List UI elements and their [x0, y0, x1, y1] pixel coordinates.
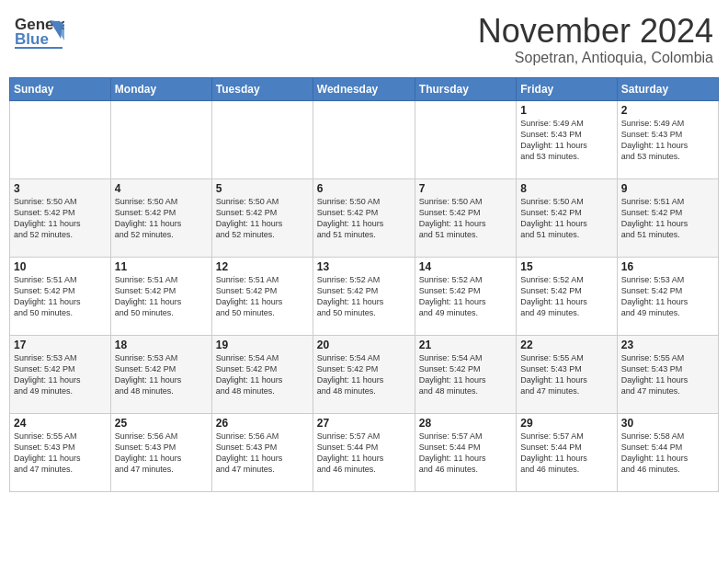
day-info: Sunrise: 5:56 AM Sunset: 5:43 PM Dayligh…	[115, 431, 208, 476]
day-number: 3	[14, 182, 107, 195]
calendar-cell: 29Sunrise: 5:57 AM Sunset: 5:44 PM Dayli…	[517, 413, 617, 491]
calendar-cell: 3Sunrise: 5:50 AM Sunset: 5:42 PM Daylig…	[10, 178, 111, 257]
calendar-cell: 7Sunrise: 5:50 AM Sunset: 5:42 PM Daylig…	[415, 178, 516, 257]
day-number: 29	[520, 417, 612, 430]
calendar-cell: 25Sunrise: 5:56 AM Sunset: 5:43 PM Dayli…	[110, 413, 211, 491]
calendar-cell: 20Sunrise: 5:54 AM Sunset: 5:42 PM Dayli…	[313, 335, 415, 413]
day-number: 13	[317, 260, 411, 273]
day-number: 11	[115, 260, 208, 273]
logo-icon: General Blue	[15, 13, 64, 53]
day-info: Sunrise: 5:52 AM Sunset: 5:42 PM Dayligh…	[520, 274, 612, 319]
col-friday: Friday	[517, 77, 617, 100]
calendar-week-row: 17Sunrise: 5:53 AM Sunset: 5:42 PM Dayli…	[10, 335, 719, 413]
calendar-cell: 4Sunrise: 5:50 AM Sunset: 5:42 PM Daylig…	[110, 178, 211, 257]
col-thursday: Thursday	[415, 77, 516, 100]
day-number: 4	[115, 182, 208, 195]
day-number: 16	[621, 260, 714, 273]
calendar-cell: 10Sunrise: 5:51 AM Sunset: 5:42 PM Dayli…	[10, 257, 111, 335]
day-number: 23	[621, 339, 714, 351]
col-sunday: Sunday	[10, 77, 111, 100]
calendar-cell: 21Sunrise: 5:54 AM Sunset: 5:42 PM Dayli…	[415, 335, 516, 413]
calendar-cell: 14Sunrise: 5:52 AM Sunset: 5:42 PM Dayli…	[415, 257, 516, 335]
day-info: Sunrise: 5:55 AM Sunset: 5:43 PM Dayligh…	[520, 352, 612, 397]
col-saturday: Saturday	[617, 77, 718, 100]
location: Sopetran, Antioquia, Colombia	[478, 50, 713, 66]
day-info: Sunrise: 5:54 AM Sunset: 5:42 PM Dayligh…	[419, 352, 512, 397]
calendar-cell: 18Sunrise: 5:53 AM Sunset: 5:42 PM Dayli…	[110, 335, 211, 413]
calendar-cell: 23Sunrise: 5:55 AM Sunset: 5:43 PM Dayli…	[617, 335, 718, 413]
calendar-week-row: 24Sunrise: 5:55 AM Sunset: 5:43 PM Dayli…	[10, 413, 719, 491]
day-number: 2	[621, 104, 714, 117]
calendar-cell: 5Sunrise: 5:50 AM Sunset: 5:42 PM Daylig…	[211, 178, 313, 257]
calendar-table: Sunday Monday Tuesday Wednesday Thursday…	[9, 77, 719, 492]
calendar-cell: 9Sunrise: 5:51 AM Sunset: 5:42 PM Daylig…	[617, 178, 718, 257]
calendar-cell: 19Sunrise: 5:54 AM Sunset: 5:42 PM Dayli…	[211, 335, 313, 413]
month-title: November 2024	[478, 13, 713, 50]
day-info: Sunrise: 5:50 AM Sunset: 5:42 PM Dayligh…	[520, 196, 612, 241]
calendar-cell	[313, 100, 415, 178]
calendar-cell: 11Sunrise: 5:51 AM Sunset: 5:42 PM Dayli…	[110, 257, 211, 335]
day-info: Sunrise: 5:51 AM Sunset: 5:42 PM Dayligh…	[621, 196, 714, 241]
calendar-header-row: Sunday Monday Tuesday Wednesday Thursday…	[10, 77, 719, 100]
day-info: Sunrise: 5:49 AM Sunset: 5:43 PM Dayligh…	[621, 118, 714, 163]
calendar-cell: 8Sunrise: 5:50 AM Sunset: 5:42 PM Daylig…	[517, 178, 617, 257]
page: General Blue November 2024 Sopetran, Ant…	[0, 0, 728, 501]
day-info: Sunrise: 5:57 AM Sunset: 5:44 PM Dayligh…	[317, 431, 411, 476]
day-number: 28	[419, 417, 512, 430]
day-number: 30	[621, 417, 714, 430]
day-number: 26	[216, 417, 309, 430]
title-section: November 2024 Sopetran, Antioquia, Colom…	[478, 13, 713, 66]
day-info: Sunrise: 5:54 AM Sunset: 5:42 PM Dayligh…	[317, 352, 411, 397]
day-info: Sunrise: 5:52 AM Sunset: 5:42 PM Dayligh…	[419, 274, 512, 319]
day-info: Sunrise: 5:56 AM Sunset: 5:43 PM Dayligh…	[216, 431, 309, 476]
day-number: 18	[115, 339, 208, 351]
day-info: Sunrise: 5:53 AM Sunset: 5:42 PM Dayligh…	[14, 352, 107, 397]
calendar-cell: 17Sunrise: 5:53 AM Sunset: 5:42 PM Dayli…	[10, 335, 111, 413]
calendar-cell: 22Sunrise: 5:55 AM Sunset: 5:43 PM Dayli…	[517, 335, 617, 413]
day-number: 22	[520, 339, 612, 351]
calendar-cell	[10, 100, 111, 178]
day-number: 9	[621, 182, 714, 195]
calendar-cell: 2Sunrise: 5:49 AM Sunset: 5:43 PM Daylig…	[617, 100, 718, 178]
day-number: 21	[419, 339, 512, 351]
day-number: 17	[14, 339, 107, 351]
calendar-cell: 24Sunrise: 5:55 AM Sunset: 5:43 PM Dayli…	[10, 413, 111, 491]
calendar-cell: 13Sunrise: 5:52 AM Sunset: 5:42 PM Dayli…	[313, 257, 415, 335]
day-info: Sunrise: 5:51 AM Sunset: 5:42 PM Dayligh…	[14, 274, 107, 319]
day-number: 27	[317, 417, 411, 430]
day-number: 15	[520, 260, 612, 273]
day-info: Sunrise: 5:57 AM Sunset: 5:44 PM Dayligh…	[520, 431, 612, 476]
day-info: Sunrise: 5:50 AM Sunset: 5:42 PM Dayligh…	[317, 196, 411, 241]
calendar-cell	[211, 100, 313, 178]
day-info: Sunrise: 5:53 AM Sunset: 5:42 PM Dayligh…	[621, 274, 714, 319]
day-number: 19	[216, 339, 309, 351]
day-info: Sunrise: 5:51 AM Sunset: 5:42 PM Dayligh…	[216, 274, 309, 319]
header: General Blue November 2024 Sopetran, Ant…	[9, 9, 719, 70]
calendar-cell	[415, 100, 516, 178]
day-info: Sunrise: 5:50 AM Sunset: 5:42 PM Dayligh…	[14, 196, 107, 241]
calendar-week-row: 1Sunrise: 5:49 AM Sunset: 5:43 PM Daylig…	[10, 100, 719, 178]
calendar-week-row: 10Sunrise: 5:51 AM Sunset: 5:42 PM Dayli…	[10, 257, 719, 335]
day-number: 8	[520, 182, 612, 195]
calendar-cell: 15Sunrise: 5:52 AM Sunset: 5:42 PM Dayli…	[517, 257, 617, 335]
calendar-week-row: 3Sunrise: 5:50 AM Sunset: 5:42 PM Daylig…	[10, 178, 719, 257]
day-info: Sunrise: 5:54 AM Sunset: 5:42 PM Dayligh…	[216, 352, 309, 397]
calendar-cell: 6Sunrise: 5:50 AM Sunset: 5:42 PM Daylig…	[313, 178, 415, 257]
day-number: 20	[317, 339, 411, 351]
day-number: 12	[216, 260, 309, 273]
calendar-cell: 30Sunrise: 5:58 AM Sunset: 5:44 PM Dayli…	[617, 413, 718, 491]
calendar-cell: 1Sunrise: 5:49 AM Sunset: 5:43 PM Daylig…	[517, 100, 617, 178]
day-number: 10	[14, 260, 107, 273]
calendar-cell: 12Sunrise: 5:51 AM Sunset: 5:42 PM Dayli…	[211, 257, 313, 335]
calendar-cell: 27Sunrise: 5:57 AM Sunset: 5:44 PM Dayli…	[313, 413, 415, 491]
day-info: Sunrise: 5:52 AM Sunset: 5:42 PM Dayligh…	[317, 274, 411, 319]
col-wednesday: Wednesday	[313, 77, 415, 100]
day-number: 14	[419, 260, 512, 273]
calendar-cell: 28Sunrise: 5:57 AM Sunset: 5:44 PM Dayli…	[415, 413, 516, 491]
day-info: Sunrise: 5:50 AM Sunset: 5:42 PM Dayligh…	[419, 196, 512, 241]
day-number: 25	[115, 417, 208, 430]
day-number: 24	[14, 417, 107, 430]
calendar-cell: 16Sunrise: 5:53 AM Sunset: 5:42 PM Dayli…	[617, 257, 718, 335]
day-number: 5	[216, 182, 309, 195]
day-info: Sunrise: 5:57 AM Sunset: 5:44 PM Dayligh…	[419, 431, 512, 476]
